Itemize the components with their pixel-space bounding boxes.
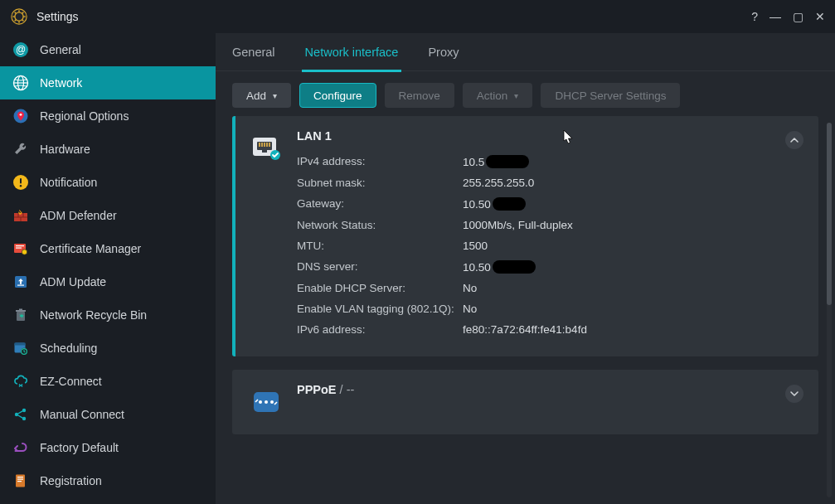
sidebar-item-label: ADM Defender [40, 209, 117, 222]
sidebar-item-label: ADM Update [40, 275, 106, 288]
kv-row: Enable VLAN tagging (802.1Q):No [297, 298, 803, 319]
kv-row: Subnet mask:255.255.255.0 [297, 172, 803, 193]
kv-row: IPv4 address:10.5 [297, 151, 803, 172]
svg-rect-35 [15, 343, 26, 346]
minimize-icon[interactable]: — [769, 10, 781, 23]
svg-rect-27 [16, 248, 22, 249]
svg-rect-32 [16, 310, 26, 312]
certificate-icon [12, 240, 30, 258]
kv-key: Enable VLAN tagging (802.1Q): [297, 303, 463, 315]
sidebar-item-adm-defender[interactable]: ADM Defender [0, 199, 216, 232]
kv-value: No [463, 282, 477, 294]
maximize-icon[interactable]: ▢ [793, 10, 803, 23]
tab-proxy[interactable]: Proxy [428, 33, 459, 71]
sidebar-item-hardware[interactable]: Hardware [0, 133, 216, 166]
kv-key: DNS server: [297, 260, 463, 274]
cloud-sync-icon [12, 372, 30, 390]
main-panel: General Network interface Proxy Add▾ Con… [216, 33, 835, 504]
action-button[interactable]: Action▾ [463, 83, 533, 108]
interface-card-pppoe[interactable]: PPPoE / -- [232, 370, 818, 434]
sidebar-item-registration[interactable]: Registration [0, 464, 216, 497]
collapse-icon[interactable] [785, 131, 803, 149]
kv-value: 10.5 [463, 155, 529, 168]
tab-bar: General Network interface Proxy [216, 33, 835, 71]
kv-key: Subnet mask: [297, 177, 463, 189]
sidebar-item-regional[interactable]: Regional Options [0, 99, 216, 133]
svg-rect-26 [16, 245, 24, 246]
kv-row: DNS server:10.50 [297, 256, 803, 278]
sidebar-item-label: Notification [40, 176, 97, 189]
expand-icon[interactable] [785, 385, 803, 403]
sidebar-item-manual-connect[interactable]: Manual Connect [0, 398, 216, 431]
firewall-icon [12, 206, 30, 225]
svg-rect-50 [261, 143, 263, 147]
add-button[interactable]: Add▾ [232, 83, 291, 108]
kv-value: 255.255.255.0 [463, 177, 534, 189]
kv-value: 1000Mb/s, Full-duplex [463, 219, 573, 231]
configure-button[interactable]: Configure [299, 83, 376, 108]
toolbar: Add▾ Configure Remove Action▾ DHCP Serve… [216, 71, 835, 116]
document-icon [12, 472, 30, 490]
kv-key: IPv6 address: [297, 323, 463, 336]
remove-button[interactable]: Remove [385, 83, 454, 108]
chevron-down-icon: ▾ [514, 91, 518, 100]
kv-value: 10.50 [463, 260, 536, 274]
help-icon[interactable]: ? [751, 10, 758, 23]
kv-value: 10.50 [463, 197, 526, 211]
sidebar-item-label: Scheduling [40, 342, 97, 355]
chevron-down-icon: ▾ [273, 91, 277, 100]
svg-point-57 [259, 400, 262, 404]
svg-point-58 [265, 400, 268, 404]
kv-key: Network Status: [297, 219, 463, 231]
sidebar-item-label: Registration [40, 474, 102, 487]
close-icon[interactable]: ✕ [815, 10, 825, 23]
window-title: Settings [36, 10, 79, 23]
button-label: Action [477, 90, 508, 102]
svg-point-40 [22, 417, 26, 420]
settings-gear-icon [10, 7, 28, 26]
sidebar-item-label: EZ-Connect [40, 375, 102, 388]
sidebar-item-label: Factory Default [40, 441, 119, 454]
sidebar-item-factory-default[interactable]: Factory Default [0, 431, 216, 464]
sidebar-item-label: Network Recycle Bin [40, 308, 147, 322]
tab-label: Network interface [305, 46, 399, 59]
sidebar-item-certificate[interactable]: Certificate Manager [0, 232, 216, 265]
sidebar-item-label: Regional Options [40, 109, 129, 123]
svg-rect-45 [17, 479, 23, 480]
pppoe-icon [250, 386, 282, 418]
sidebar-item-notification[interactable]: Notification [0, 166, 216, 199]
svg-point-16 [20, 114, 22, 116]
share-nodes-icon [12, 405, 30, 424]
button-label: DHCP Server Settings [555, 90, 666, 102]
svg-line-42 [18, 415, 22, 418]
interface-card-lan1[interactable]: LAN 1 IPv4 address:10.5 Subnet mask:255.… [232, 116, 818, 356]
sidebar-item-scheduling[interactable]: Scheduling [0, 332, 216, 365]
ethernet-port-icon [250, 133, 282, 164]
calendar-clock-icon [12, 339, 30, 357]
scrollbar-thumb[interactable] [827, 123, 832, 305]
tab-general[interactable]: General [232, 33, 275, 71]
location-pin-icon [12, 107, 30, 125]
svg-rect-49 [259, 143, 260, 147]
sidebar-item-recycle[interactable]: Network Recycle Bin [0, 298, 216, 332]
sidebar-item-network[interactable]: Network [0, 66, 216, 99]
kv-value: No [463, 303, 477, 315]
svg-rect-54 [262, 150, 267, 153]
scrollbar[interactable] [827, 123, 832, 497]
svg-point-19 [20, 185, 22, 187]
wrench-icon [12, 140, 30, 158]
svg-line-41 [18, 411, 22, 414]
interface-title: PPPoE / -- [297, 383, 803, 396]
svg-point-59 [270, 400, 274, 404]
kv-key: Enable DHCP Server: [297, 282, 463, 294]
tab-network-interface[interactable]: Network interface [305, 33, 399, 71]
interface-list: LAN 1 IPv4 address:10.5 Subnet mask:255.… [216, 116, 835, 504]
redacted-value [486, 155, 529, 168]
svg-rect-18 [20, 178, 22, 184]
dhcp-settings-button[interactable]: DHCP Server Settings [541, 83, 680, 108]
svg-point-39 [22, 409, 26, 412]
undo-icon [12, 439, 30, 457]
sidebar-item-adm-update[interactable]: ADM Update [0, 265, 216, 298]
sidebar-item-ez-connect[interactable]: EZ-Connect [0, 365, 216, 398]
sidebar-item-general[interactable]: @ General [0, 33, 216, 66]
